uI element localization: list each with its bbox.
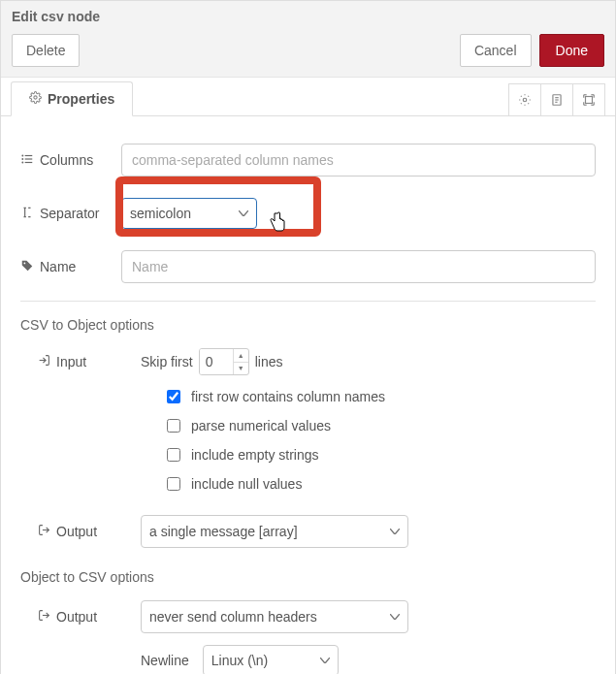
include-null-check-row: include null values xyxy=(163,474,596,494)
svg-point-19 xyxy=(21,161,23,163)
csv2obj-output-row: Output a single message [array] xyxy=(20,515,596,548)
tab-properties-label: Properties xyxy=(48,91,114,107)
delete-button[interactable]: Delete xyxy=(12,34,80,67)
svg-point-15 xyxy=(21,154,23,156)
tab-strip: Properties xyxy=(1,78,615,116)
dialog-header: Edit csv node Delete Cancel Done xyxy=(1,1,615,78)
appearance-tab-button[interactable] xyxy=(572,83,605,116)
svg-point-1 xyxy=(523,98,527,102)
svg-point-21 xyxy=(24,262,26,264)
include-empty-label: include empty strings xyxy=(191,447,319,463)
columns-row: Columns xyxy=(20,144,596,177)
include-null-checkbox[interactable] xyxy=(167,477,180,491)
name-row: Name xyxy=(20,250,596,283)
tab-properties[interactable]: Properties xyxy=(11,81,133,116)
obj2csv-output-row: Output never send column headers xyxy=(20,600,596,633)
obj2csv-output-select[interactable]: never send column headers xyxy=(141,600,408,633)
properties-panel: Columns Separator semicolon xyxy=(1,116,615,674)
sign-out-icon xyxy=(38,524,50,539)
skip-first-pre: Skip first xyxy=(141,354,193,369)
skip-first-post: lines xyxy=(255,354,283,369)
svg-rect-18 xyxy=(25,158,33,159)
settings-tab-button[interactable] xyxy=(508,83,541,116)
first-row-check-row: first row contains column names xyxy=(163,387,596,406)
svg-rect-16 xyxy=(25,154,33,155)
csv-to-object-title: CSV to Object options xyxy=(20,317,596,333)
stepper-down-icon[interactable]: ▼ xyxy=(234,363,248,375)
object-to-csv-title: Object to CSV options xyxy=(20,569,596,585)
columns-input[interactable] xyxy=(121,144,596,177)
columns-label: Columns xyxy=(20,152,121,169)
svg-point-0 xyxy=(34,96,37,99)
include-empty-checkbox[interactable] xyxy=(167,448,180,462)
newline-select[interactable]: Linux (\n) xyxy=(203,645,339,674)
tag-icon xyxy=(20,259,34,275)
parse-num-label: parse numerical values xyxy=(191,418,331,433)
svg-rect-20 xyxy=(25,161,33,162)
parse-num-check-row: parse numerical values xyxy=(163,416,596,435)
csv2obj-output-label: Output xyxy=(20,524,141,539)
sign-in-icon xyxy=(38,354,50,369)
input-label: Input xyxy=(20,354,141,369)
name-input[interactable] xyxy=(121,250,596,283)
gear-icon xyxy=(29,91,42,107)
header-button-row: Delete Cancel Done xyxy=(12,34,604,67)
text-cursor-icon xyxy=(20,206,34,222)
newline-row: Newline Linux (\n) xyxy=(20,645,596,674)
list-icon xyxy=(20,152,34,169)
first-row-checkbox[interactable] xyxy=(167,390,180,403)
first-row-label: first row contains column names xyxy=(191,389,385,404)
dialog-title: Edit csv node xyxy=(12,9,604,24)
newline-label: Newline xyxy=(141,653,189,668)
obj2csv-output-label: Output xyxy=(20,609,141,625)
include-null-label: include null values xyxy=(191,476,302,492)
description-tab-button[interactable] xyxy=(540,83,573,116)
cursor-hand-icon xyxy=(269,211,286,233)
separator-row: Separator semicolon xyxy=(20,198,596,229)
include-empty-check-row: include empty strings xyxy=(163,445,596,465)
sign-out-icon xyxy=(38,609,50,625)
skip-first-value[interactable] xyxy=(200,349,233,374)
cancel-button[interactable]: Cancel xyxy=(460,34,532,67)
svg-point-17 xyxy=(21,158,23,160)
parse-num-checkbox[interactable] xyxy=(167,419,180,433)
done-button[interactable]: Done xyxy=(539,34,604,67)
input-row: Input Skip first ▲ ▼ lines xyxy=(20,348,596,375)
csv2obj-output-select[interactable]: a single message [array] xyxy=(141,515,408,548)
divider xyxy=(20,301,596,302)
stepper-up-icon[interactable]: ▲ xyxy=(234,349,248,363)
separator-select[interactable]: semicolon xyxy=(121,198,257,229)
edit-node-dialog: Edit csv node Delete Cancel Done Propert… xyxy=(0,0,616,674)
svg-rect-6 xyxy=(586,97,593,104)
name-label: Name xyxy=(20,259,121,275)
skip-first-spinner[interactable]: ▲ ▼ xyxy=(199,348,249,375)
separator-label: Separator xyxy=(20,206,121,222)
